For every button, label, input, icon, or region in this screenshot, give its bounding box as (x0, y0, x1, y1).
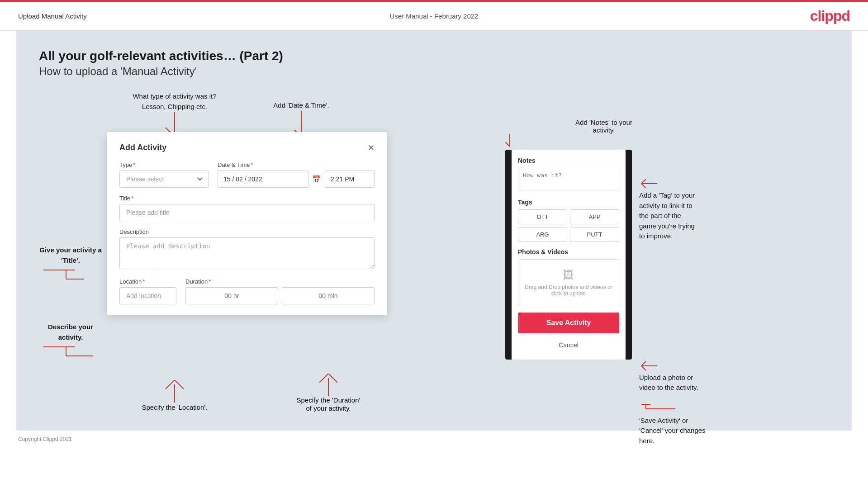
description-label: Description (119, 228, 375, 235)
title-group: Title* (119, 195, 375, 221)
annotation-duration: Specify the 'Duration' of your activity. (279, 374, 378, 412)
annotation-save: 'Save Activity' or 'Cancel' your changes… (639, 402, 739, 446)
clippd-logo: clippd (810, 8, 850, 24)
annotation-tag: Add a 'Tag' to your activity to link it … (639, 177, 739, 242)
modal-container: Add Activity ✕ Type* Please select (107, 132, 387, 315)
arrow-desc (39, 342, 93, 360)
svg-line-14 (319, 374, 328, 383)
svg-line-11 (166, 380, 175, 389)
arrow-location-up (157, 380, 193, 403)
copyright-text: Copyright Clippd 2021 (18, 436, 72, 442)
type-label: Type* (119, 161, 209, 168)
add-activity-modal: Add Activity ✕ Type* Please select (107, 132, 387, 315)
arrow-duration-up (310, 374, 346, 396)
photos-section: Photos & Videos 🖼 Drag and Drop photos a… (518, 248, 619, 306)
arrow-notes-down (505, 134, 532, 147)
svg-line-22 (641, 361, 646, 366)
diagram-area: What type of activity was it? Lesson, Ch… (39, 91, 829, 417)
date-time-inputs: 📅 (218, 171, 375, 188)
location-label: Location* (119, 278, 176, 285)
right-annotations: Add a 'Tag' to your activity to link it … (639, 150, 739, 446)
svg-line-17 (505, 142, 510, 147)
svg-line-20 (641, 184, 646, 188)
type-datetime-row: Type* Please select Date & Time* 📅 (119, 161, 375, 188)
location-group: Location* (119, 278, 176, 304)
datetime-label: Date & Time* (218, 161, 375, 168)
right-panel-wrapper: Add 'Notes' to your activity. Notes (496, 118, 739, 446)
modal-close-button[interactable]: ✕ (368, 144, 375, 152)
location-duration-row: Location* Duration* (119, 278, 375, 304)
duration-group: Duration* (185, 278, 375, 304)
notes-input[interactable] (518, 168, 619, 190)
modal-header: Add Activity ✕ (119, 143, 375, 152)
modal-title: Add Activity (119, 143, 166, 152)
arrow-upload-left (639, 359, 657, 373)
section-subtitle: How to upload a 'Manual Activity' (39, 65, 829, 78)
location-input[interactable] (119, 287, 176, 304)
type-select[interactable]: Please select (119, 171, 209, 188)
panel-with-annotation: Notes Tags OTT APP ARG PUTT (496, 150, 739, 446)
duration-hr-input[interactable] (185, 287, 278, 304)
arrow-title (39, 265, 84, 284)
section-title: All your golf-relevant activities… (Part… (39, 49, 829, 63)
type-group: Type* Please select (119, 161, 209, 188)
manual-label: User Manual - February 2022 (390, 12, 479, 20)
duration-min-input[interactable] (282, 287, 375, 304)
datetime-group: Date & Time* 📅 (218, 161, 375, 188)
description-textarea[interactable] (119, 237, 375, 269)
main-content: All your golf-relevant activities… (Part… (16, 31, 852, 431)
logo-area: clippd (810, 8, 850, 24)
tag-app[interactable]: APP (570, 209, 619, 224)
top-bar: Upload Manual Activity User Manual - Feb… (0, 2, 868, 31)
panel-left-border (505, 150, 512, 360)
tags-grid: OTT APP ARG PUTT (518, 209, 619, 242)
save-activity-button[interactable]: Save Activity (518, 313, 619, 333)
date-input[interactable] (218, 171, 308, 188)
calendar-icon[interactable]: 📅 (312, 175, 321, 184)
svg-line-15 (328, 374, 337, 383)
time-input[interactable] (325, 171, 375, 188)
photos-drag-text: Drag and Drop photos and videos or click… (523, 284, 614, 297)
annotation-upload: Upload a photo or video to the activity. (639, 359, 734, 393)
annotation-location: Specify the 'Location'. (129, 380, 220, 413)
annotation-title: Give your activity a 'Title'. (39, 245, 102, 284)
panel-right-border (626, 150, 632, 360)
svg-line-23 (641, 366, 646, 370)
photos-upload-area[interactable]: 🖼 Drag and Drop photos and videos or cli… (518, 259, 619, 306)
tag-ott[interactable]: OTT (518, 209, 567, 224)
cancel-button[interactable]: Cancel (518, 338, 619, 352)
svg-line-19 (641, 179, 646, 184)
title-label: Title* (119, 195, 375, 202)
tags-section: Tags OTT APP ARG PUTT (518, 199, 619, 242)
arrow-save-left (639, 402, 675, 416)
duration-label: Duration* (185, 278, 375, 285)
page-title: Upload Manual Activity (18, 12, 87, 20)
photo-icon: 🖼 (523, 269, 614, 281)
tag-putt[interactable]: PUTT (570, 227, 619, 242)
tag-arg[interactable]: ARG (518, 227, 567, 242)
tags-section-title: Tags (518, 199, 619, 206)
annotation-description: Describe your activity. (39, 322, 102, 360)
annotation-notes: Add 'Notes' to your activity. (469, 118, 739, 147)
notes-section-title: Notes (518, 157, 619, 164)
photos-section-title: Photos & Videos (518, 248, 619, 256)
arrow-tag-left (639, 177, 657, 190)
svg-line-12 (175, 380, 184, 389)
duration-inputs (185, 287, 375, 304)
mobile-panel: Notes Tags OTT APP ARG PUTT (505, 150, 632, 360)
description-group: Description (119, 228, 375, 271)
panel-content: Notes Tags OTT APP ARG PUTT (512, 150, 626, 360)
title-input[interactable] (119, 204, 375, 221)
